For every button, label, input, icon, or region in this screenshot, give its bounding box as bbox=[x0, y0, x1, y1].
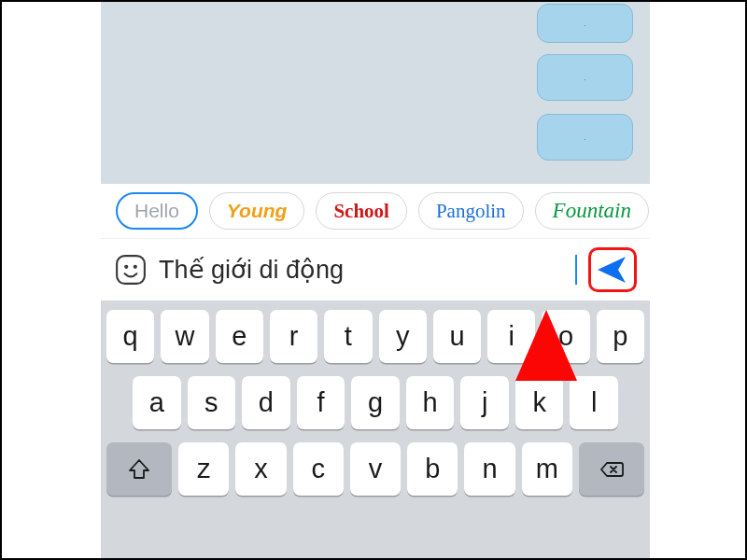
key-e[interactable]: e bbox=[216, 310, 263, 363]
key-t[interactable]: t bbox=[324, 310, 372, 363]
key-n[interactable]: n bbox=[464, 442, 514, 496]
key-j[interactable]: j bbox=[460, 376, 509, 429]
text-cursor bbox=[575, 255, 577, 285]
onscreen-keyboard: q w e r t y u i o p a s d f g h j k l bbox=[101, 301, 650, 558]
text-input[interactable]: Thế giới di động bbox=[159, 255, 577, 285]
key-q[interactable]: q bbox=[106, 310, 154, 363]
key-h[interactable]: h bbox=[406, 376, 455, 429]
keyboard-row-2: a s d f g h j k l bbox=[106, 376, 644, 429]
chat-bubble: . bbox=[537, 54, 633, 101]
chat-bubble: . bbox=[537, 114, 633, 161]
key-g[interactable]: g bbox=[351, 376, 400, 429]
key-d[interactable]: d bbox=[242, 376, 290, 429]
key-w[interactable]: w bbox=[161, 310, 208, 363]
key-b[interactable]: b bbox=[407, 442, 458, 496]
font-chip-school[interactable]: School bbox=[316, 192, 407, 230]
font-style-bar: Hello Young School Pangolin Fountain bbox=[101, 184, 650, 238]
backspace-icon bbox=[599, 457, 624, 482]
shift-icon bbox=[127, 457, 151, 482]
key-backspace[interactable] bbox=[579, 442, 644, 496]
key-f[interactable]: f bbox=[297, 376, 345, 429]
chat-bubble: . bbox=[537, 4, 633, 43]
svg-point-1 bbox=[124, 265, 128, 269]
key-x[interactable]: x bbox=[235, 442, 286, 496]
key-v[interactable]: v bbox=[350, 442, 401, 496]
font-chip-young[interactable]: Young bbox=[209, 192, 305, 230]
font-chip-pangolin[interactable]: Pangolin bbox=[418, 192, 524, 230]
send-button[interactable] bbox=[588, 247, 637, 292]
phone-screen: . . . Hello Young School Pangolin Founta… bbox=[101, 2, 650, 558]
key-m[interactable]: m bbox=[522, 442, 572, 496]
chat-area: . . . bbox=[101, 2, 650, 184]
key-z[interactable]: z bbox=[178, 442, 229, 496]
key-k[interactable]: k bbox=[515, 376, 564, 429]
key-c[interactable]: c bbox=[293, 442, 344, 496]
message-input-bar: Thế giới di động bbox=[101, 238, 650, 301]
font-chip-fountain[interactable]: Fountain bbox=[535, 192, 649, 230]
text-input-value: Thế giới di động bbox=[159, 255, 575, 285]
keyboard-row-1: q w e r t y u i o p bbox=[106, 310, 644, 363]
smiley-icon bbox=[115, 254, 147, 286]
key-u[interactable]: u bbox=[433, 310, 481, 363]
key-s[interactable]: s bbox=[188, 376, 236, 429]
key-l[interactable]: l bbox=[570, 376, 618, 429]
key-r[interactable]: r bbox=[270, 310, 317, 363]
key-o[interactable]: o bbox=[542, 310, 589, 363]
key-y[interactable]: y bbox=[379, 310, 427, 363]
svg-point-2 bbox=[134, 265, 137, 269]
key-i[interactable]: i bbox=[487, 310, 535, 363]
keyboard-row-3: z x c v b n m bbox=[106, 442, 644, 496]
svg-rect-0 bbox=[117, 256, 145, 284]
emoji-button[interactable] bbox=[114, 253, 148, 287]
send-icon bbox=[596, 253, 629, 287]
key-shift[interactable] bbox=[106, 442, 172, 496]
key-p[interactable]: p bbox=[597, 310, 644, 363]
font-chip-hello[interactable]: Hello bbox=[116, 192, 198, 230]
key-a[interactable]: a bbox=[133, 376, 181, 429]
